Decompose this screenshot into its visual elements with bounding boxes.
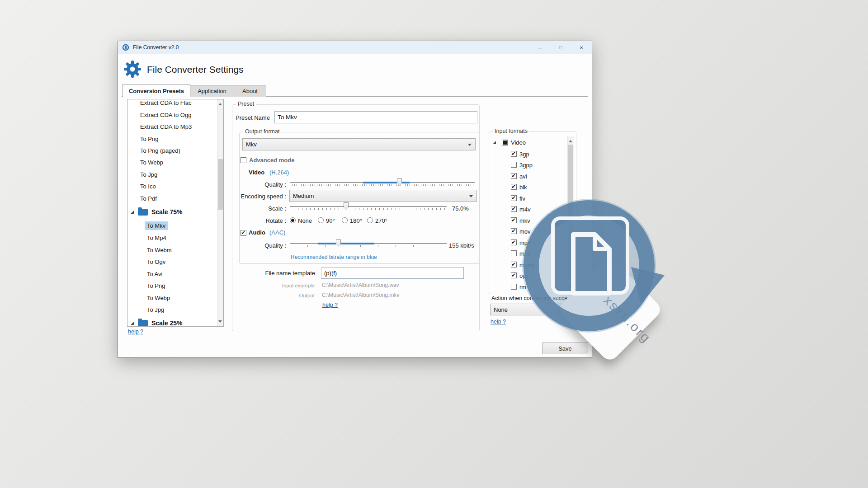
watermark-logo-icon [514,191,668,345]
audio-quality-slider[interactable] [290,239,447,249]
video-root-checkbox[interactable] [502,140,508,145]
template-help-link[interactable]: help ? [322,302,338,308]
scale-slider[interactable] [290,202,447,212]
audio-section-label: Audio [249,229,265,236]
tree-item[interactable]: Extract CDA to Mp3 [127,121,224,132]
preset-name-label: Preset Name [236,114,270,121]
tree-item[interactable]: To Jpg [127,169,224,180]
rotate-180-radio[interactable] [342,217,348,223]
tree-item[interactable]: To Pdf [127,192,224,204]
formats-help-link[interactable]: help ? [491,319,506,325]
page-title: File Converter Settings [147,64,244,75]
audio-quality-value: 155 kbit/s [449,242,474,249]
rotate-none-radio[interactable] [290,217,296,223]
tree-scrollbar[interactable] [217,99,223,326]
rotate-none-label: None [298,217,312,224]
rotate-90-label: 90° [326,217,335,224]
tree-item[interactable]: To Webp [127,292,224,304]
tree-item[interactable]: To Avi [127,268,224,280]
format-label: 3gpp [519,162,533,169]
expander-icon[interactable] [493,141,496,144]
tree-item[interactable]: To Png (paged) [127,145,224,156]
audio-codec-label: (AAC) [269,229,285,236]
scroll-down-icon[interactable] [218,320,222,324]
format-label: bik [519,184,527,191]
preset-name-input[interactable] [274,111,477,123]
tree-item[interactable]: To Png [127,280,224,291]
tree-item[interactable]: To Webm [127,244,224,256]
tree-item[interactable]: To Png [127,133,224,145]
advanced-mode-checkbox[interactable] [241,157,246,163]
output-example-value: C:\Music\Artist\Album\Song.mkv [322,292,399,298]
audio-checkbox[interactable] [241,230,246,236]
scale-label: Scale : [240,205,286,212]
tree-folder-scale-75[interactable]: Scale 75% [127,206,219,218]
title-bar[interactable]: File Converter v2.0 – □ × [118,41,592,54]
input-example-label: Input example [232,283,315,288]
tab-about[interactable]: About [234,85,266,97]
tree-item[interactable]: Extract CDA to Flac [127,99,224,108]
minimize-button[interactable]: – [529,41,550,54]
rotate-270-radio[interactable] [367,217,373,223]
slider-ticks [290,184,475,186]
tree-item-selected[interactable]: To Mkv [127,220,224,231]
tree-item[interactable]: To Mp4 [127,232,224,244]
bitrate-hint: Recommended bitrate range in blue [291,254,377,260]
tree-item[interactable]: To Webp [127,156,224,168]
tree-item[interactable]: To Jpg [127,304,224,315]
rotate-label: Rotate : [240,217,286,224]
scroll-up-icon[interactable] [218,101,222,105]
file-name-template-label: File name template [232,270,315,277]
rotate-90-radio[interactable] [318,217,324,223]
maximize-button[interactable]: □ [550,41,571,54]
action-value: None [494,306,508,313]
format-label: avi [519,173,527,180]
encoding-speed-value: Medium [293,192,314,199]
gear-icon [123,60,142,78]
video-section-label: Video [249,169,264,176]
audio-quality-label: Quality : [240,242,286,249]
format-label: 3gp [519,151,529,158]
close-button[interactable]: × [571,41,592,54]
format-checkbox[interactable] [511,184,517,190]
slider-recommended-range [318,243,374,244]
tree-item[interactable]: To Ico [127,180,224,192]
output-format-value: Mkv [246,141,257,148]
window-title: File Converter v2.0 [133,44,179,51]
app-logo-icon [122,44,129,51]
format-checkbox[interactable] [511,162,517,168]
preset-groupbox: Preset Preset Name Output format Mkv Adv… [232,104,480,331]
format-checkbox[interactable] [511,151,517,157]
slider-track [290,206,447,207]
tree-folder-scale-25[interactable]: Scale 25% [127,317,219,327]
tab-application[interactable]: Application [189,85,235,97]
slider-ticks [290,208,447,210]
input-formats-group-label: Input formats [493,128,529,134]
tree-item[interactable]: Extract CDA to Ogg [127,109,224,121]
encoding-speed-select[interactable]: Medium [289,190,477,202]
tree-help-link[interactable]: help ? [128,328,143,335]
video-quality-slider[interactable] [290,178,475,188]
folder-icon [138,320,148,327]
file-name-template-input[interactable] [321,267,464,279]
rotate-270-label: 270° [375,217,387,224]
output-format-group-label: Output format [243,128,281,135]
expander-icon[interactable] [131,211,134,214]
scrollbar-thumb[interactable] [218,159,223,210]
input-example-value: C:\Music\Artist\Album\Song.wav [322,282,399,288]
slider-recommended-range [363,182,410,183]
output-format-select[interactable]: Mkv [242,138,476,150]
slider-ticks [290,245,447,247]
tab-conversion-presets[interactable]: Conversion Presets [123,84,190,97]
preset-tree: Extract CDA to Flac Extract CDA to Ogg E… [127,99,224,327]
expander-icon[interactable] [131,322,134,325]
video-quality-label: Quality : [240,181,286,188]
output-format-groupbox: Output format Mkv Advanced mode Video (H… [239,132,480,264]
advanced-mode-label: Advanced mode [249,157,294,164]
video-root-label: Video [511,139,526,146]
tree-item[interactable]: To Ogv [127,256,224,267]
format-checkbox[interactable] [511,173,517,179]
folder-icon [138,209,148,216]
output-example-label: Output [232,293,315,298]
scroll-up-icon[interactable] [569,138,572,142]
